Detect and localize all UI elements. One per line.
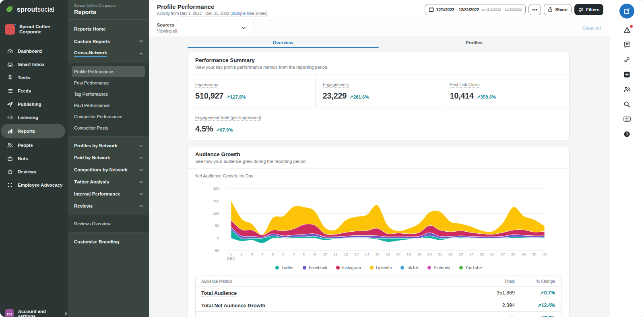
legend-item-facebook[interactable]: Facebook	[303, 265, 327, 270]
trend-up-icon: ↗	[539, 315, 543, 317]
report-content: Performance Summary View your key profil…	[149, 49, 610, 317]
subnav-item-profile-performance[interactable]: Profile Performance	[72, 66, 145, 77]
performance-summary-header: Performance Summary View your key profil…	[188, 52, 569, 74]
keyboard-shortcuts-button[interactable]	[623, 115, 631, 123]
subnav-item-tag-performance[interactable]: Tag Performance	[72, 89, 145, 100]
table-row-total-net-audience-growth: Total Net Audience Growth 2,394 ↗12.4%	[196, 299, 561, 312]
svg-text:26: 26	[490, 252, 495, 256]
metric-label[interactable]: Engagement Rate (per Impression)	[195, 115, 261, 121]
area-series-linkedin	[231, 200, 545, 235]
sidebar-item-reports[interactable]: Reports	[1, 124, 65, 138]
compose-button[interactable]	[619, 4, 634, 19]
metric-value: 10,414	[450, 91, 473, 101]
sidebar-item-tasks[interactable]: Tasks	[0, 71, 68, 84]
multiple-timezones-link[interactable]: multiple	[232, 11, 246, 16]
chevron-down-icon	[139, 168, 143, 172]
legend-item-youtube[interactable]: YouTube	[459, 265, 482, 270]
subnav-footer-group: Customize Branding	[68, 233, 149, 251]
alerts-button[interactable]	[623, 26, 631, 33]
sidebar-item-smart-inbox[interactable]: Smart Inbox	[0, 58, 68, 71]
search-button[interactable]	[623, 101, 630, 108]
legend-item-pinterest[interactable]: Pinterest	[427, 265, 450, 270]
sources-dropdown[interactable]: Sources Viewing all	[149, 19, 252, 37]
legend-swatch	[336, 266, 340, 270]
clear-all-link[interactable]: Clear All	[582, 26, 601, 31]
share-button[interactable]: Share	[544, 4, 572, 15]
sources-value: Viewing all	[157, 29, 177, 33]
legend-swatch	[303, 266, 306, 270]
advocacy-network-icon	[7, 182, 13, 188]
subnav-item-profiles-by-network[interactable]: Profiles by Network	[68, 140, 149, 152]
subnav-context: Sprout Coffee Corporate	[74, 3, 143, 8]
add-button[interactable]	[623, 71, 630, 78]
legend-swatch	[459, 266, 463, 270]
subnav-item-competitor-posts[interactable]: Competitor Posts	[72, 122, 145, 134]
metrics-row-1: Impressions 510,927 ↗127.8% Engagements …	[188, 74, 569, 107]
metric-label[interactable]: Engagements	[323, 82, 349, 88]
card-title: Performance Summary	[195, 57, 562, 64]
svg-text:16: 16	[386, 252, 390, 256]
star-icon	[7, 169, 13, 175]
page-header-left: Profile Performance Activity from Dec 1,…	[157, 3, 268, 16]
subnav-item-cross-network[interactable]: Cross-Network	[68, 47, 149, 60]
subnav-item-reports-home[interactable]: Reports Home	[68, 23, 149, 35]
tab-profiles[interactable]: Profiles	[379, 37, 570, 48]
page-header: Profile Performance Activity from Dec 1,…	[149, 0, 610, 19]
sidebar-item-listening[interactable]: Listening	[0, 111, 68, 124]
filters-button[interactable]: Filters	[574, 4, 603, 15]
subnav-item-paid-by-network[interactable]: Paid by Network	[68, 152, 149, 164]
metric-impressions: Impressions 510,927 ↗127.8%	[188, 74, 315, 107]
subnav-item-post-performance[interactable]: Post Performance	[72, 77, 145, 89]
help-button[interactable]	[623, 130, 630, 138]
metric-label[interactable]: Post Link Clicks	[450, 82, 479, 88]
account-switcher[interactable]: Sprout Coffee Corporate	[5, 24, 68, 35]
subnav-item-reviews-overview[interactable]: Reviews Overview	[72, 218, 145, 229]
sidebar-item-dashboard[interactable]: Dashboard	[0, 44, 68, 58]
reports-subnav: Sprout Coffee Corporate Reports Reports …	[68, 0, 149, 317]
app-window: sproutsocial Sprout Coffee Corporate Das…	[0, 0, 644, 317]
team-button[interactable]	[623, 86, 631, 93]
sidebar-item-bots[interactable]: Bots	[0, 152, 68, 165]
chart-legend: Twitter Facebook Instagram LinkedIn TikT…	[195, 265, 562, 270]
chart-label: Net Audience Growth, by Day	[195, 173, 562, 178]
subnav-item-reviews[interactable]: Reviews	[68, 200, 149, 212]
report-tabs: Overview Profiles	[149, 37, 610, 48]
svg-text:31: 31	[543, 252, 547, 256]
link-button[interactable]	[623, 56, 630, 63]
chevron-down-icon	[139, 192, 143, 196]
tab-overview[interactable]: Overview	[188, 37, 379, 48]
subnav-item-paid-performance[interactable]: Paid Performance	[72, 100, 145, 111]
card-subtitle: See how your audience grew during the re…	[195, 159, 562, 164]
sidebar-item-reviews[interactable]: Reviews	[0, 165, 68, 178]
chevron-down-icon	[139, 156, 143, 160]
share-icon	[548, 7, 553, 12]
sidebar-item-employee-advocacy[interactable]: Employee Advocacy	[0, 178, 68, 191]
legend-item-linkedin[interactable]: LinkedIn	[370, 265, 392, 270]
legend-item-tiktok[interactable]: TikTok	[400, 265, 419, 270]
sidebar-item-publishing[interactable]: Publishing	[0, 97, 68, 111]
subnav-item-custom-reports[interactable]: Custom Reports	[68, 35, 149, 47]
subnav-item-competitor-performance[interactable]: Competitor Performance	[72, 111, 145, 122]
subnav-item-twitter-analysis[interactable]: Twitter Analysis	[68, 176, 149, 188]
legend-item-instagram[interactable]: Instagram	[336, 265, 361, 270]
svg-text:15: 15	[375, 252, 380, 256]
main-area: Profile Performance Activity from Dec 1,…	[149, 0, 610, 317]
svg-text:24: 24	[469, 252, 474, 256]
metric-label[interactable]: Impressions	[195, 82, 218, 88]
keyboard-icon	[623, 116, 631, 122]
account-and-settings[interactable]: RS Account and settings	[0, 305, 68, 317]
metric-change: ↗281.6%	[349, 94, 369, 100]
sidebar-item-people[interactable]: People	[0, 138, 68, 152]
sidebar-item-feeds[interactable]: Feeds	[0, 84, 68, 97]
messages-button[interactable]	[623, 41, 631, 48]
svg-text:18: 18	[407, 252, 411, 256]
subnav-item-internal-performance[interactable]: Internal Performance	[68, 188, 149, 200]
date-range-button[interactable]: 12/1/2022 – 12/31/2022 vs 11/1/2022 – 11…	[425, 4, 526, 15]
cross-network-group: Profile Performance Post Performance Tag…	[68, 63, 149, 137]
link-icon	[623, 56, 630, 63]
more-options-button[interactable]: •••	[528, 4, 541, 15]
subnav-item-competitors-by-network[interactable]: Competitors by Network	[68, 164, 149, 176]
sources-bar-right: Clear All	[252, 19, 610, 37]
subnav-item-customize-branding[interactable]: Customize Branding	[68, 235, 149, 248]
legend-item-twitter[interactable]: Twitter	[275, 265, 294, 270]
